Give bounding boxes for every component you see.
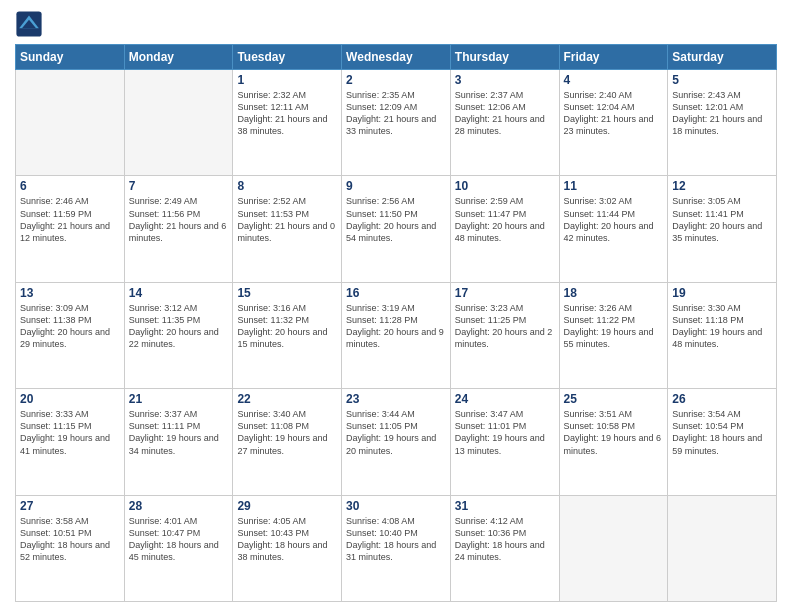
day-info: Sunrise: 4:12 AM Sunset: 10:36 PM Daylig… <box>455 515 555 564</box>
day-cell: 31Sunrise: 4:12 AM Sunset: 10:36 PM Dayl… <box>450 495 559 601</box>
day-cell: 2Sunrise: 2:35 AM Sunset: 12:09 AM Dayli… <box>342 70 451 176</box>
week-row-2: 13Sunrise: 3:09 AM Sunset: 11:38 PM Dayl… <box>16 282 777 388</box>
header-cell-saturday: Saturday <box>668 45 777 70</box>
day-info: Sunrise: 2:49 AM Sunset: 11:56 PM Daylig… <box>129 195 229 244</box>
day-number: 10 <box>455 179 555 193</box>
day-info: Sunrise: 2:56 AM Sunset: 11:50 PM Daylig… <box>346 195 446 244</box>
day-number: 11 <box>564 179 664 193</box>
day-number: 5 <box>672 73 772 87</box>
header-cell-monday: Monday <box>124 45 233 70</box>
week-row-1: 6Sunrise: 2:46 AM Sunset: 11:59 PM Dayli… <box>16 176 777 282</box>
day-number: 13 <box>20 286 120 300</box>
day-info: Sunrise: 3:09 AM Sunset: 11:38 PM Daylig… <box>20 302 120 351</box>
day-cell: 12Sunrise: 3:05 AM Sunset: 11:41 PM Dayl… <box>668 176 777 282</box>
calendar-body: 1Sunrise: 2:32 AM Sunset: 12:11 AM Dayli… <box>16 70 777 602</box>
day-cell: 17Sunrise: 3:23 AM Sunset: 11:25 PM Dayl… <box>450 282 559 388</box>
day-number: 23 <box>346 392 446 406</box>
header-row: SundayMondayTuesdayWednesdayThursdayFrid… <box>16 45 777 70</box>
day-info: Sunrise: 3:23 AM Sunset: 11:25 PM Daylig… <box>455 302 555 351</box>
day-cell: 23Sunrise: 3:44 AM Sunset: 11:05 PM Dayl… <box>342 389 451 495</box>
day-cell: 7Sunrise: 2:49 AM Sunset: 11:56 PM Dayli… <box>124 176 233 282</box>
day-info: Sunrise: 3:51 AM Sunset: 10:58 PM Daylig… <box>564 408 664 457</box>
day-cell: 8Sunrise: 2:52 AM Sunset: 11:53 PM Dayli… <box>233 176 342 282</box>
day-cell: 26Sunrise: 3:54 AM Sunset: 10:54 PM Dayl… <box>668 389 777 495</box>
day-info: Sunrise: 3:33 AM Sunset: 11:15 PM Daylig… <box>20 408 120 457</box>
day-number: 1 <box>237 73 337 87</box>
day-cell: 24Sunrise: 3:47 AM Sunset: 11:01 PM Dayl… <box>450 389 559 495</box>
header <box>15 10 777 38</box>
day-cell: 27Sunrise: 3:58 AM Sunset: 10:51 PM Dayl… <box>16 495 125 601</box>
day-number: 31 <box>455 499 555 513</box>
day-cell: 15Sunrise: 3:16 AM Sunset: 11:32 PM Dayl… <box>233 282 342 388</box>
calendar-header: SundayMondayTuesdayWednesdayThursdayFrid… <box>16 45 777 70</box>
week-row-0: 1Sunrise: 2:32 AM Sunset: 12:11 AM Dayli… <box>16 70 777 176</box>
day-number: 12 <box>672 179 772 193</box>
day-cell: 11Sunrise: 3:02 AM Sunset: 11:44 PM Dayl… <box>559 176 668 282</box>
day-info: Sunrise: 3:19 AM Sunset: 11:28 PM Daylig… <box>346 302 446 351</box>
day-cell: 10Sunrise: 2:59 AM Sunset: 11:47 PM Dayl… <box>450 176 559 282</box>
header-cell-tuesday: Tuesday <box>233 45 342 70</box>
day-info: Sunrise: 4:05 AM Sunset: 10:43 PM Daylig… <box>237 515 337 564</box>
day-cell: 13Sunrise: 3:09 AM Sunset: 11:38 PM Dayl… <box>16 282 125 388</box>
day-info: Sunrise: 4:08 AM Sunset: 10:40 PM Daylig… <box>346 515 446 564</box>
day-number: 27 <box>20 499 120 513</box>
calendar: SundayMondayTuesdayWednesdayThursdayFrid… <box>15 44 777 602</box>
day-info: Sunrise: 3:47 AM Sunset: 11:01 PM Daylig… <box>455 408 555 457</box>
day-cell: 21Sunrise: 3:37 AM Sunset: 11:11 PM Dayl… <box>124 389 233 495</box>
day-number: 22 <box>237 392 337 406</box>
day-number: 18 <box>564 286 664 300</box>
day-cell <box>668 495 777 601</box>
day-number: 25 <box>564 392 664 406</box>
day-cell <box>16 70 125 176</box>
day-number: 16 <box>346 286 446 300</box>
day-number: 6 <box>20 179 120 193</box>
day-number: 19 <box>672 286 772 300</box>
day-cell: 6Sunrise: 2:46 AM Sunset: 11:59 PM Dayli… <box>16 176 125 282</box>
week-row-4: 27Sunrise: 3:58 AM Sunset: 10:51 PM Dayl… <box>16 495 777 601</box>
day-cell: 1Sunrise: 2:32 AM Sunset: 12:11 AM Dayli… <box>233 70 342 176</box>
week-row-3: 20Sunrise: 3:33 AM Sunset: 11:15 PM Dayl… <box>16 389 777 495</box>
day-cell: 30Sunrise: 4:08 AM Sunset: 10:40 PM Dayl… <box>342 495 451 601</box>
day-info: Sunrise: 3:40 AM Sunset: 11:08 PM Daylig… <box>237 408 337 457</box>
day-number: 9 <box>346 179 446 193</box>
day-info: Sunrise: 2:46 AM Sunset: 11:59 PM Daylig… <box>20 195 120 244</box>
day-cell: 25Sunrise: 3:51 AM Sunset: 10:58 PM Dayl… <box>559 389 668 495</box>
header-cell-wednesday: Wednesday <box>342 45 451 70</box>
day-info: Sunrise: 3:30 AM Sunset: 11:18 PM Daylig… <box>672 302 772 351</box>
day-number: 2 <box>346 73 446 87</box>
day-cell <box>124 70 233 176</box>
day-info: Sunrise: 3:02 AM Sunset: 11:44 PM Daylig… <box>564 195 664 244</box>
day-info: Sunrise: 3:58 AM Sunset: 10:51 PM Daylig… <box>20 515 120 564</box>
day-number: 24 <box>455 392 555 406</box>
day-info: Sunrise: 2:40 AM Sunset: 12:04 AM Daylig… <box>564 89 664 138</box>
day-cell: 5Sunrise: 2:43 AM Sunset: 12:01 AM Dayli… <box>668 70 777 176</box>
day-number: 20 <box>20 392 120 406</box>
day-number: 8 <box>237 179 337 193</box>
day-number: 15 <box>237 286 337 300</box>
page: SundayMondayTuesdayWednesdayThursdayFrid… <box>0 0 792 612</box>
day-number: 17 <box>455 286 555 300</box>
day-number: 14 <box>129 286 229 300</box>
day-info: Sunrise: 3:37 AM Sunset: 11:11 PM Daylig… <box>129 408 229 457</box>
logo <box>15 10 47 38</box>
header-cell-friday: Friday <box>559 45 668 70</box>
header-cell-sunday: Sunday <box>16 45 125 70</box>
logo-icon <box>15 10 43 38</box>
day-info: Sunrise: 2:32 AM Sunset: 12:11 AM Daylig… <box>237 89 337 138</box>
day-number: 4 <box>564 73 664 87</box>
day-cell: 19Sunrise: 3:30 AM Sunset: 11:18 PM Dayl… <box>668 282 777 388</box>
day-cell: 29Sunrise: 4:05 AM Sunset: 10:43 PM Dayl… <box>233 495 342 601</box>
day-info: Sunrise: 3:54 AM Sunset: 10:54 PM Daylig… <box>672 408 772 457</box>
day-info: Sunrise: 2:37 AM Sunset: 12:06 AM Daylig… <box>455 89 555 138</box>
day-info: Sunrise: 2:43 AM Sunset: 12:01 AM Daylig… <box>672 89 772 138</box>
day-cell: 4Sunrise: 2:40 AM Sunset: 12:04 AM Dayli… <box>559 70 668 176</box>
day-cell: 9Sunrise: 2:56 AM Sunset: 11:50 PM Dayli… <box>342 176 451 282</box>
day-number: 28 <box>129 499 229 513</box>
day-cell: 22Sunrise: 3:40 AM Sunset: 11:08 PM Dayl… <box>233 389 342 495</box>
day-info: Sunrise: 4:01 AM Sunset: 10:47 PM Daylig… <box>129 515 229 564</box>
day-cell: 28Sunrise: 4:01 AM Sunset: 10:47 PM Dayl… <box>124 495 233 601</box>
day-info: Sunrise: 2:59 AM Sunset: 11:47 PM Daylig… <box>455 195 555 244</box>
day-info: Sunrise: 2:35 AM Sunset: 12:09 AM Daylig… <box>346 89 446 138</box>
day-info: Sunrise: 3:16 AM Sunset: 11:32 PM Daylig… <box>237 302 337 351</box>
day-cell <box>559 495 668 601</box>
